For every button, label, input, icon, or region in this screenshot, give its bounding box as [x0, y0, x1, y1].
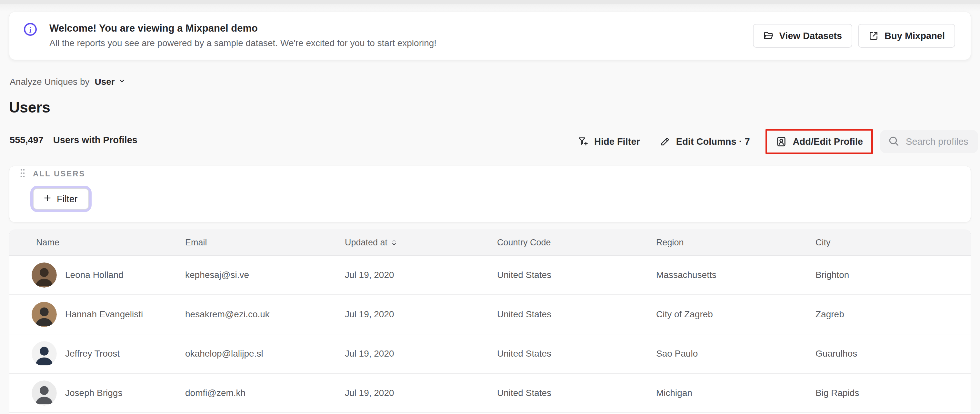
- search-profiles-input[interactable]: [905, 136, 970, 148]
- top-divider: [0, 0, 980, 4]
- plus-icon: [43, 193, 52, 205]
- hide-filter-button[interactable]: Hide Filter: [578, 136, 640, 147]
- user-region: Massachusetts: [656, 270, 816, 280]
- user-email: hesakrem@ezi.co.uk: [185, 309, 345, 319]
- banner-title: Welcome! You are viewing a Mixpanel demo: [49, 22, 753, 34]
- banner-subtitle: All the reports you see are powered by a…: [49, 37, 753, 49]
- filter-panel: [9, 166, 971, 222]
- user-city: Big Rapids: [816, 388, 970, 398]
- users-table: Name Email Updated at Country Code Regio…: [9, 230, 971, 414]
- view-datasets-button[interactable]: View Datasets: [753, 24, 853, 48]
- avatar: [32, 262, 57, 288]
- column-header-country-code[interactable]: Country Code: [497, 238, 656, 247]
- filter-group-label: ALL USERS: [33, 169, 86, 178]
- avatar: [32, 341, 57, 366]
- drag-handle-icon[interactable]: [20, 168, 25, 179]
- column-label: Region: [656, 238, 684, 247]
- user-city: Brighton: [816, 270, 970, 280]
- banner-text: Welcome! You are viewing a Mixpanel demo…: [49, 22, 753, 49]
- buy-mixpanel-label: Buy Mixpanel: [885, 31, 945, 41]
- user-updated-at: Jul 19, 2020: [345, 388, 497, 398]
- user-country-code: United States: [497, 388, 656, 398]
- profile-count-value: 555,497: [10, 135, 43, 146]
- page-title: Users: [9, 99, 50, 116]
- user-email: domfi@zem.kh: [185, 388, 345, 398]
- search-profiles[interactable]: [880, 130, 978, 153]
- user-name: Jeffrey Troost: [65, 349, 120, 359]
- folder-icon: [763, 31, 773, 41]
- add-filter-label: Filter: [57, 194, 78, 205]
- analyze-entity-dropdown[interactable]: User: [94, 77, 126, 87]
- user-country-code: United States: [497, 349, 656, 359]
- search-icon: [888, 135, 899, 148]
- user-city: Zagreb: [816, 309, 970, 319]
- avatar: [32, 302, 57, 327]
- user-country-code: United States: [497, 309, 656, 319]
- user-email: okahelop@lalijpe.sl: [185, 349, 345, 359]
- table-row[interactable]: Joseph Briggs domfi@zem.kh Jul 19, 2020 …: [10, 374, 970, 413]
- user-city: Guarulhos: [816, 349, 970, 359]
- filter-button-focus-ring: Filter: [30, 186, 92, 212]
- add-filter-button[interactable]: Filter: [33, 188, 89, 209]
- top-fade: [0, 4, 980, 12]
- user-updated-at: Jul 19, 2020: [345, 349, 497, 359]
- user-name: Hannah Evangelisti: [65, 309, 143, 319]
- column-label: Name: [36, 238, 59, 247]
- analyze-entity-value: User: [94, 77, 115, 87]
- pencil-icon: [660, 136, 670, 147]
- table-toolbar: Hide Filter Edit Columns · 7: [578, 128, 978, 155]
- view-datasets-label: View Datasets: [780, 31, 842, 41]
- user-region: Sao Paulo: [656, 349, 816, 359]
- add-edit-profile-label: Add/Edit Profile: [793, 136, 863, 147]
- column-label: Country Code: [497, 238, 551, 247]
- edit-columns-label: Edit Columns · 7: [676, 136, 750, 147]
- column-header-city[interactable]: City: [816, 238, 970, 247]
- table-header-row: Name Email Updated at Country Code Regio…: [10, 230, 970, 256]
- users-page: i Welcome! You are viewing a Mixpanel de…: [0, 0, 980, 414]
- edit-columns-button[interactable]: Edit Columns · 7: [660, 136, 750, 147]
- banner-actions: View Datasets Buy Mixpanel: [753, 24, 955, 48]
- analyze-uniques-bar: Analyze Uniques by User: [10, 77, 126, 87]
- welcome-banner: i Welcome! You are viewing a Mixpanel de…: [9, 12, 971, 60]
- column-label: Updated at: [345, 238, 387, 247]
- external-link-icon: [869, 31, 879, 41]
- filter-plus-icon: [578, 136, 589, 147]
- profile-count-label: Users with Profiles: [53, 135, 137, 146]
- filter-group-header: ALL USERS: [20, 168, 86, 179]
- table-row[interactable]: Leona Holland kephesaj@si.ve Jul 19, 202…: [10, 256, 970, 295]
- profile-badge-icon: [775, 136, 787, 148]
- user-region: City of Zagreb: [656, 309, 816, 319]
- user-name: Leona Holland: [65, 270, 124, 280]
- table-row[interactable]: Jeffrey Troost okahelop@lalijpe.sl Jul 1…: [10, 335, 970, 374]
- hide-filter-label: Hide Filter: [594, 136, 640, 147]
- analyze-label: Analyze Uniques by: [10, 77, 89, 87]
- user-email: kephesaj@si.ve: [185, 270, 345, 280]
- column-header-name[interactable]: Name: [27, 238, 185, 247]
- info-icon: i: [24, 22, 37, 36]
- buy-mixpanel-button[interactable]: Buy Mixpanel: [858, 24, 955, 48]
- user-name: Joseph Briggs: [65, 388, 122, 398]
- column-label: City: [816, 238, 830, 247]
- avatar: [32, 381, 57, 406]
- user-updated-at: Jul 19, 2020: [345, 270, 497, 280]
- annotation-highlight-box: Add/Edit Profile: [765, 129, 873, 154]
- table-row[interactable]: Hannah Evangelisti hesakrem@ezi.co.uk Ju…: [10, 295, 970, 335]
- user-region: Michigan: [656, 388, 816, 398]
- chevron-down-icon: [118, 77, 126, 87]
- profile-count: 555,497 Users with Profiles: [10, 135, 137, 146]
- column-header-region[interactable]: Region: [656, 238, 816, 247]
- column-header-updated-at[interactable]: Updated at: [345, 238, 497, 247]
- column-header-email[interactable]: Email: [185, 238, 345, 247]
- sort-icon: [391, 238, 397, 248]
- user-country-code: United States: [497, 270, 656, 280]
- svg-text:i: i: [29, 25, 32, 34]
- add-edit-profile-button[interactable]: Add/Edit Profile: [775, 136, 863, 148]
- user-updated-at: Jul 19, 2020: [345, 309, 497, 319]
- column-label: Email: [185, 238, 207, 247]
